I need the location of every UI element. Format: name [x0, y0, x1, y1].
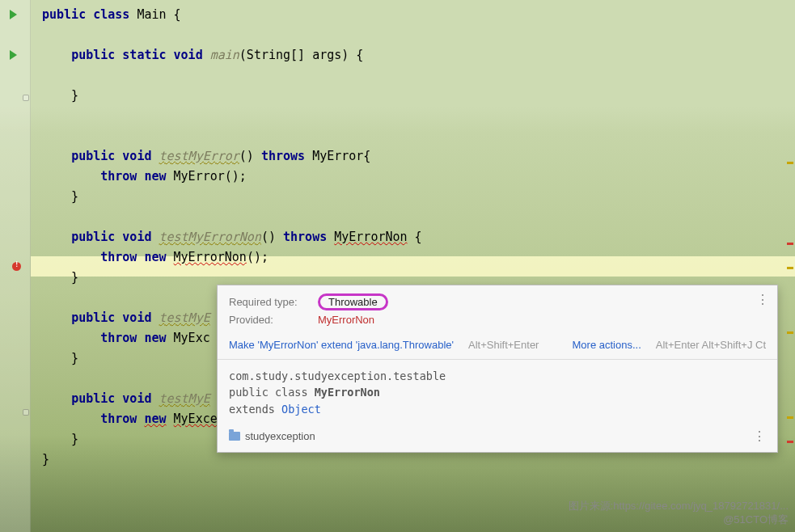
code-line[interactable]: } — [31, 86, 795, 106]
quick-doc: com.study.studyexception.testable public… — [218, 360, 777, 425]
error-marker[interactable] — [787, 441, 793, 443]
doc-decl-prefix: public class — [229, 386, 315, 399]
code-line[interactable] — [31, 65, 795, 86]
module-name: studyexception — [245, 430, 315, 442]
kebab-icon[interactable]: ⋮ — [756, 292, 769, 307]
code-line[interactable] — [31, 25, 795, 45]
run-icon[interactable] — [10, 10, 17, 19]
kebab-icon[interactable]: ⋮ — [753, 429, 766, 444]
required-type-label: Required type: — [229, 296, 310, 308]
more-actions-link[interactable]: More actions... — [573, 339, 641, 351]
code-line[interactable]: throw new MyErrorNon(); — [31, 247, 795, 268]
error-stripe[interactable] — [785, 0, 795, 532]
fold-marker[interactable] — [23, 409, 29, 416]
code-line[interactable]: public static void main(String[] args) { — [31, 45, 795, 65]
warning-marker[interactable] — [787, 416, 793, 419]
code-line[interactable]: public void testMyError() throws MyError… — [31, 146, 795, 167]
error-icon[interactable] — [12, 262, 21, 271]
module-icon — [229, 432, 240, 441]
watermark-source: 图片来源:https://gitee.com/jyq_18792721831/.… — [569, 500, 789, 513]
quickfix-extend-throwable[interactable]: Make 'MyErrorNon' extend 'java.lang.Thro… — [229, 339, 454, 351]
provided-label: Provided: — [229, 314, 310, 326]
required-type-value: Throwable — [318, 293, 388, 310]
error-marker[interactable] — [787, 243, 793, 245]
shortcut-hint: Alt+Enter Alt+Shift+J Ct — [656, 339, 766, 351]
warning-marker[interactable] — [787, 267, 793, 269]
code-line[interactable]: public class Main { — [31, 5, 795, 25]
doc-class-name: MyErrorNon — [315, 386, 380, 399]
shortcut-hint: Alt+Shift+Enter — [468, 339, 539, 351]
code-line[interactable]: } — [31, 187, 795, 207]
code-line[interactable] — [31, 126, 795, 146]
run-icon[interactable] — [10, 50, 17, 60]
code-line[interactable] — [31, 106, 795, 126]
watermark: 图片来源:https://gitee.com/jyq_18792721831/.… — [569, 500, 789, 527]
code-line[interactable]: public void testMyErrorNon() throws MyEr… — [31, 227, 795, 247]
doc-package: com.study.studyexception.testable — [229, 368, 766, 384]
error-tooltip: ⋮ Required type: Throwable Provided: MyE… — [217, 285, 778, 453]
gutter — [0, 0, 31, 532]
fold-marker[interactable] — [23, 95, 29, 101]
code-line[interactable]: throw new MyError(); — [31, 167, 795, 187]
doc-extends-prefix: extends — [229, 403, 281, 416]
code-line[interactable] — [31, 207, 795, 227]
doc-superclass-link[interactable]: Object — [281, 403, 321, 416]
provided-value: MyErrorNon — [318, 314, 374, 326]
code-line[interactable]: } — [31, 450, 795, 470]
warning-marker[interactable] — [787, 331, 793, 334]
watermark-attrib: @51CTO博客 — [569, 513, 789, 527]
warning-marker[interactable] — [787, 162, 793, 164]
